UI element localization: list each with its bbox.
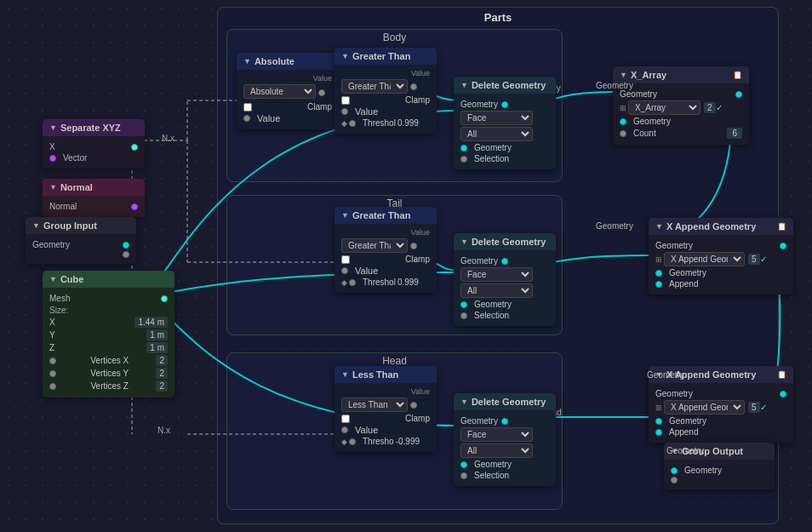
del-geo-body-sel-socket	[460, 156, 467, 163]
group-input-geo-label: Geometry	[32, 240, 119, 249]
lt-head-clamp-check[interactable]	[341, 415, 350, 423]
x-append-1-mode-icon: ⊞	[655, 255, 662, 264]
x-array-count-val: 6	[727, 128, 742, 139]
absolute-out-row: Absolute	[243, 84, 332, 100]
group-input-title: Group Input	[43, 220, 97, 231]
del-geo-body-geo-in-row: Geometry	[460, 143, 549, 152]
group-input-chevron: ▼	[32, 221, 40, 230]
x-append-2-append-row: Append	[655, 427, 786, 437]
separate-xyz-vector-label: Vector	[63, 153, 138, 163]
gt-body-val-label: Value	[355, 106, 378, 117]
greater-than-tail-node: ▼ Greater Than Value Greater Than Clamp …	[335, 207, 437, 293]
x-array-chevron: ▼	[620, 71, 627, 79]
del-geo-body-face-select[interactable]: Face	[460, 111, 533, 125]
x-append-1-title: X Append Geometry	[666, 221, 756, 232]
cube-vz-socket	[49, 383, 56, 390]
lt-head-thresh-label: Thresho	[363, 437, 394, 446]
x-append-1-geo-out-label: Geometry	[655, 241, 693, 250]
cube-vy-row: Vertices Y 2	[49, 368, 168, 379]
x-append-2-dropdown-row: ⊞ X Append Geometry 5 ✓	[655, 400, 786, 415]
greater-than-body-node: ▼ Greater Than Value Greater Than Clamp …	[335, 48, 437, 134]
normal-node: ▼ Normal Normal	[43, 179, 145, 217]
cube-vx-socket	[49, 358, 56, 364]
x-array-dropdown[interactable]: X_Array	[628, 100, 700, 115]
lt-head-clamp-row: Clamp	[341, 414, 430, 423]
lt-head-dropdown[interactable]: Less Than	[341, 398, 408, 412]
x-append-1-geo-in-label: Geometry	[669, 268, 706, 277]
x-array-icon: 📋	[733, 71, 742, 79]
x-append-2-dropdown[interactable]: X Append Geometry	[664, 400, 745, 415]
less-than-head-node: ▼ Less Than Value Less Than Clamp Value …	[335, 366, 437, 452]
del-geo-body-sel-label: Selection	[474, 154, 509, 163]
del-geo-head-title: Delete Geometry	[472, 397, 546, 407]
del-geo-body-chevron: ▼	[460, 81, 468, 89]
del-geo-head-all-select[interactable]: All	[460, 443, 533, 458]
gt-tail-clamp-label: Clamp	[405, 255, 430, 264]
absolute-in-label: Value	[257, 113, 280, 123]
group-input-geo-row: Geometry	[32, 240, 129, 249]
gt-body-clamp-check[interactable]	[341, 96, 350, 105]
normal-output-row: Normal	[49, 202, 138, 211]
cube-mesh-label: Mesh	[49, 294, 157, 303]
normal-title: Normal	[60, 182, 93, 192]
gt-tail-clamp-check[interactable]	[341, 255, 350, 264]
group-output-geo-label: Geometry	[684, 466, 722, 475]
gt-tail-dropdown[interactable]: Greater Than	[341, 238, 408, 253]
del-geo-tail-sel-row: Selection	[460, 311, 549, 320]
gt-tail-out-socket	[410, 243, 417, 249]
gt-body-out-socket	[410, 83, 417, 90]
x-append-2-append-label: Append	[669, 427, 698, 437]
separate-xyz-title: Separate XYZ	[60, 123, 121, 133]
del-geo-tail-all-select[interactable]: All	[460, 283, 533, 298]
lt-head-chevron: ▼	[341, 370, 349, 379]
absolute-in-row: Value	[243, 113, 332, 123]
del-geo-tail-out-socket	[501, 258, 508, 265]
normal-output-socket	[131, 203, 138, 210]
del-geo-head-geo-out-label: Geometry	[460, 416, 498, 426]
gt-tail-thresh-val: 0.999	[397, 277, 419, 287]
absolute-value-label: Value	[243, 74, 332, 83]
gt-body-title: Greater Than	[352, 51, 410, 61]
separate-xyz-node: ▼ Separate XYZ X Vector	[43, 119, 145, 169]
x-array-node: ▼ X_Array 📋 Geometry ⊞ X_Array 2 ✓ Geome…	[613, 66, 749, 145]
gt-body-clamp-row: Clamp	[341, 95, 430, 105]
x-array-geo-out-label: Geometry	[620, 89, 657, 99]
group-input-geo-socket	[123, 242, 129, 249]
cube-vx-row: Vertices X 2	[49, 355, 168, 366]
gt-body-dropdown[interactable]: Greater Than	[341, 79, 408, 94]
lt-head-out-row: Less Than	[341, 398, 430, 412]
gt-tail-chevron: ▼	[341, 211, 349, 220]
del-geo-body-title: Delete Geometry	[472, 80, 546, 90]
cube-vx-label: Vertices X	[90, 356, 129, 365]
cube-z-val: 1 m	[146, 342, 168, 353]
del-geo-head-out-row: Geometry	[460, 416, 549, 426]
del-geo-tail-title: Delete Geometry	[472, 237, 546, 247]
absolute-clamp-check[interactable]	[243, 103, 252, 112]
separate-xyz-chevron: ▼	[49, 123, 57, 132]
x-append-1-chevron: ▼	[655, 222, 663, 231]
lt-head-val-socket	[341, 426, 348, 433]
lt-head-thresh-row: ◆ Thresho -0.999	[341, 437, 430, 446]
x-append-1-val: 5	[748, 254, 760, 265]
del-geo-body-out-socket	[501, 101, 508, 108]
cube-y-val: 1 m	[146, 329, 168, 340]
group-output-geo-label-ext: Geometry	[666, 446, 704, 455]
absolute-dropdown[interactable]: Absolute	[243, 84, 316, 99]
x-append-1-geo-out-socket	[780, 243, 786, 249]
group-output-empty-socket	[671, 477, 678, 483]
nx-label-2: N.x	[157, 426, 170, 435]
x-append-1-dropdown[interactable]: X Append Geometry	[664, 252, 745, 266]
cube-vz-row: Vertices Z 2	[49, 380, 168, 392]
del-geo-tail-sel-label: Selection	[474, 311, 509, 320]
del-geo-body-face-row: Face	[460, 111, 549, 125]
del-geo-head-face-select[interactable]: Face	[460, 427, 533, 442]
del-geo-head-sel-socket	[460, 472, 467, 479]
del-geo-body-all-select[interactable]: All	[460, 127, 533, 141]
x-array-check: ✓	[716, 103, 723, 112]
absolute-out-socket	[318, 89, 325, 96]
del-geo-tail-face-select[interactable]: Face	[460, 267, 533, 282]
x-array-geo-in-socket	[620, 118, 626, 125]
body-title: Body	[227, 30, 562, 45]
absolute-chevron: ▼	[243, 57, 251, 66]
x-append-1-append-socket	[655, 281, 662, 288]
